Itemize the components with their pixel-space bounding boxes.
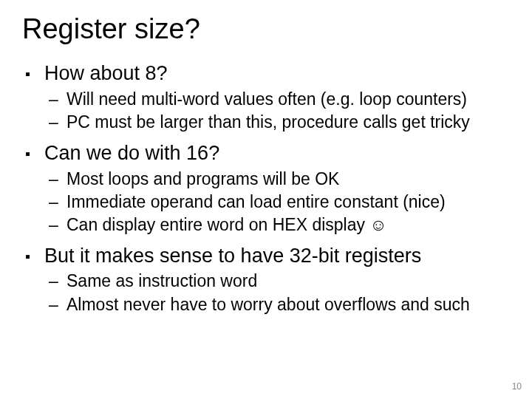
bullet-item: But it makes sense to have 32-bit regist… bbox=[22, 244, 510, 316]
sub-item: Almost never have to worry about overflo… bbox=[44, 293, 510, 316]
sub-text: Immediate operand can load entire consta… bbox=[66, 192, 446, 211]
sub-list: Same as instruction word Almost never ha… bbox=[44, 270, 510, 316]
slide: Register size? How about 8? Will need mu… bbox=[0, 0, 532, 399]
sub-item: Will need multi-word values often (e.g. … bbox=[44, 88, 510, 111]
sub-text: Will need multi-word values often (e.g. … bbox=[66, 89, 467, 109]
sub-item: PC must be larger than this, procedure c… bbox=[44, 111, 510, 134]
bullet-item: Can we do with 16? Most loops and progra… bbox=[22, 141, 510, 236]
bullet-text: How about 8? bbox=[44, 62, 168, 84]
sub-item: Most loops and programs will be OK bbox=[44, 168, 510, 191]
page-number: 10 bbox=[512, 381, 522, 392]
sub-text: Almost never have to worry about overflo… bbox=[66, 295, 470, 314]
sub-list: Will need multi-word values often (e.g. … bbox=[44, 88, 510, 134]
sub-list: Most loops and programs will be OK Immed… bbox=[44, 168, 510, 236]
bullet-item: How about 8? Will need multi-word values… bbox=[22, 61, 510, 134]
sub-text: Same as instruction word bbox=[66, 271, 257, 290]
sub-item: Immediate operand can load entire consta… bbox=[44, 191, 510, 214]
bullet-text: Can we do with 16? bbox=[44, 142, 219, 164]
slide-title: Register size? bbox=[22, 13, 510, 45]
bullet-list: How about 8? Will need multi-word values… bbox=[22, 61, 510, 316]
sub-item: Same as instruction word bbox=[44, 270, 510, 293]
sub-text: Can display entire word on HEX display ☺ bbox=[66, 215, 387, 234]
bullet-text: But it makes sense to have 32-bit regist… bbox=[44, 245, 421, 267]
sub-text: Most loops and programs will be OK bbox=[66, 169, 339, 188]
sub-item: Can display entire word on HEX display ☺ bbox=[44, 214, 510, 236]
sub-text: PC must be larger than this, procedure c… bbox=[66, 112, 470, 132]
